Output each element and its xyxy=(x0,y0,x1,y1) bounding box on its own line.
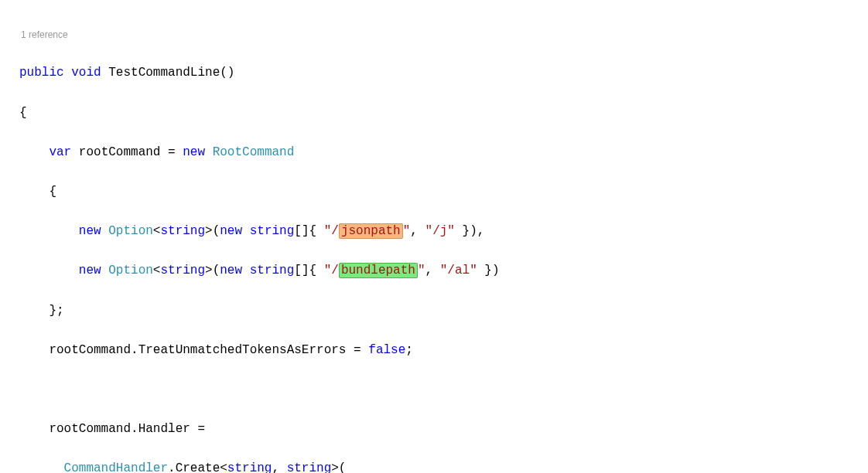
keyword-new: new xyxy=(220,264,242,277)
keyword-void: void xyxy=(71,66,101,80)
type-option: Option xyxy=(101,264,153,277)
keyword-new: new xyxy=(183,145,205,159)
highlight-jsonpath: jsonpath xyxy=(339,223,403,239)
code-line: new Option<string>(new string[]{ "/jsonp… xyxy=(19,222,853,242)
keyword-string: string xyxy=(242,224,294,238)
code-editor[interactable]: 1 reference public void TestCommandLine(… xyxy=(0,0,868,473)
type-commandhandler: CommandHandler xyxy=(64,461,168,473)
angle-open: < xyxy=(153,264,161,277)
brace-close: }; xyxy=(49,304,63,318)
highlight-bundlepath: bundlepath xyxy=(339,263,418,278)
code-text: .Create< xyxy=(168,461,227,473)
code-line: CommandHandler.Create<string, string>( xyxy=(19,459,853,473)
comma: , xyxy=(272,461,286,473)
code-text: >( xyxy=(331,461,346,473)
angle-open: < xyxy=(153,224,161,238)
code-line: { xyxy=(19,182,853,202)
code-text: >( xyxy=(205,224,220,238)
code-text: }) xyxy=(477,264,500,277)
code-line: { xyxy=(19,104,853,124)
code-line: var rootCommand = new RootCommand xyxy=(19,143,853,163)
keyword-false: false xyxy=(368,343,405,357)
keyword-var: var xyxy=(49,145,71,159)
type-option: Option xyxy=(101,224,153,238)
keyword-new: new xyxy=(79,224,101,238)
keyword-string: string xyxy=(160,264,205,277)
keyword-string: string xyxy=(227,461,272,473)
keyword-new: new xyxy=(220,224,242,238)
string-literal: "/al" xyxy=(440,264,477,277)
code-line: new Option<string>(new string[]{ "/bundl… xyxy=(19,261,853,281)
keyword-new: new xyxy=(79,264,101,277)
code-text: rootCommand.Handler = xyxy=(49,422,205,436)
keyword-public: public xyxy=(19,66,64,80)
brace: { xyxy=(19,106,27,120)
codelens-reference[interactable]: 1 reference xyxy=(19,28,853,43)
code-line: public void TestCommandLine() xyxy=(19,63,853,83)
type-rootcommand: RootCommand xyxy=(205,145,294,159)
string-quote: " xyxy=(418,264,425,277)
string-literal: "/j" xyxy=(425,224,455,238)
string-quote: "/ xyxy=(324,224,339,238)
string-quote: "/ xyxy=(324,264,339,277)
method-name: TestCommandLine() xyxy=(101,66,235,80)
code-line: rootCommand.TreatUnmatchedTokensAsErrors… xyxy=(19,341,853,361)
semicolon: ; xyxy=(405,343,413,357)
comma: , xyxy=(425,264,440,277)
code-text: >( xyxy=(205,264,220,277)
code-text: []{ xyxy=(294,264,323,277)
keyword-string: string xyxy=(287,461,332,473)
string-quote: " xyxy=(403,224,411,238)
comma: , xyxy=(410,224,425,238)
keyword-string: string xyxy=(242,264,294,277)
code-text: []{ xyxy=(294,224,323,238)
code-text: rootCommand = xyxy=(71,145,183,159)
code-line: rootCommand.Handler = xyxy=(19,420,853,440)
brace: { xyxy=(49,185,56,199)
keyword-string: string xyxy=(160,224,205,238)
code-line xyxy=(19,380,853,400)
code-text: }), xyxy=(455,224,484,238)
code-line: }; xyxy=(19,301,853,322)
code-text: rootCommand.TreatUnmatchedTokensAsErrors… xyxy=(49,343,368,357)
